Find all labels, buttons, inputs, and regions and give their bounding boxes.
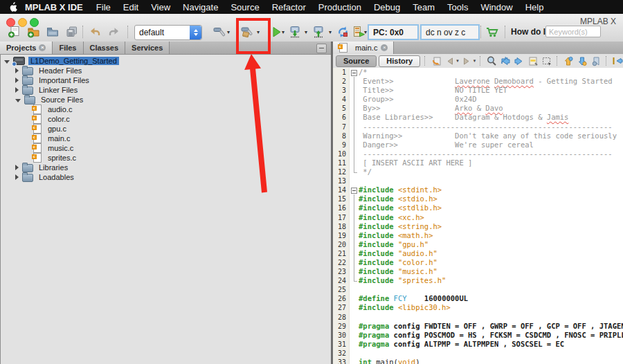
find-next-icon[interactable]: [513, 55, 525, 66]
fold-collapse-icon[interactable]: [349, 185, 359, 194]
tree-item-sprites-c[interactable]: sprites.c: [1, 153, 332, 163]
expanded-arrow-icon[interactable]: [4, 60, 10, 64]
code-editor[interactable]: 1/*2 Event>> Laverone Demoboard - Gettin…: [333, 68, 623, 364]
tree-item-header-files[interactable]: Header Files: [1, 66, 332, 75]
tab-classes[interactable]: Classes: [84, 42, 126, 54]
menu-production[interactable]: Production: [312, 2, 368, 12]
run-dropdown-icon[interactable]: [282, 29, 287, 36]
code-line-16: 16#include <stdlib.h>: [333, 203, 623, 212]
collapsed-arrow-icon[interactable]: [15, 165, 19, 170]
menu-team[interactable]: Team: [406, 2, 441, 12]
line-number: 19: [333, 231, 349, 240]
tree-item-music-c[interactable]: music.c: [1, 143, 332, 153]
source-view-button[interactable]: Source: [336, 55, 377, 67]
pc-status-field[interactable]: PC: 0x0: [368, 24, 419, 40]
tab-projects[interactable]: Projects: [0, 42, 53, 54]
memory-views-button[interactable]: [352, 25, 365, 39]
keyword-search-input[interactable]: [545, 26, 601, 37]
tab-label: Projects: [6, 44, 36, 52]
toggle-bookmark-icon[interactable]: [590, 55, 602, 66]
menu-view[interactable]: View: [145, 2, 177, 12]
apple-menu-icon[interactable]: [8, 2, 17, 12]
code-segment: Event>>: [359, 77, 455, 85]
tree-item-linker-files[interactable]: Linker Files: [1, 85, 332, 95]
tree-item-audio-c[interactable]: audio.c: [1, 104, 332, 114]
status-flags-field[interactable]: dc n ov z c: [420, 24, 480, 40]
tree-item-gpu-c[interactable]: gpu.c: [1, 124, 332, 134]
toggle-highlight-icon[interactable]: [527, 55, 539, 66]
code-segment: "color.h": [398, 258, 437, 266]
code-text: Warning>> Don't take any of this code se…: [359, 131, 617, 140]
build-project-button[interactable]: [212, 25, 226, 39]
menu-debug[interactable]: Debug: [368, 2, 406, 12]
forward-dropdown-icon[interactable]: [473, 58, 476, 64]
reset-device-button[interactable]: [336, 25, 350, 39]
code-segment: Davo: [485, 104, 503, 112]
new-file-button[interactable]: [7, 25, 21, 39]
tree-item-loadables[interactable]: Loadables: [1, 172, 332, 182]
tab-files[interactable]: Files: [53, 42, 83, 54]
find-previous-icon[interactable]: [499, 55, 511, 66]
menu-help[interactable]: Help: [519, 2, 550, 12]
next-bookmark-icon[interactable]: [576, 55, 588, 66]
tree-item-main-c[interactable]: main.c: [1, 134, 332, 143]
toolbar-separator: [480, 56, 481, 66]
tree-item-source-files[interactable]: Source Files: [1, 95, 332, 104]
embedded-store-cart-button[interactable]: [485, 25, 499, 39]
tab-services[interactable]: Services: [125, 42, 170, 54]
menu-file[interactable]: File: [90, 2, 117, 12]
menu-navigate[interactable]: Navigate: [177, 2, 224, 12]
shift-line-left-icon[interactable]: [611, 55, 623, 66]
collapse-panel-button[interactable]: [316, 44, 327, 53]
menu-edit[interactable]: Edit: [117, 2, 145, 12]
fold-collapse-icon[interactable]: [349, 68, 359, 77]
close-tab-icon[interactable]: [381, 44, 388, 51]
make-and-program-button[interactable]: [312, 25, 326, 39]
save-all-button[interactable]: [65, 25, 79, 39]
back-dropdown-icon[interactable]: [456, 58, 459, 64]
tree-item-important-files[interactable]: Important Files: [1, 75, 332, 85]
tree-item-color-c[interactable]: color.c: [1, 114, 332, 124]
previous-bookmark-icon[interactable]: [562, 55, 574, 66]
build-dropdown-icon[interactable]: [227, 29, 233, 36]
tree-item-libraries[interactable]: Libraries: [1, 163, 332, 172]
rectangular-selection-icon[interactable]: [541, 55, 552, 66]
projects-tree[interactable]: L1Demo_Getting_StartedHeader FilesImport…: [1, 55, 332, 182]
toolbar-separator: [480, 26, 481, 38]
close-tab-icon[interactable]: [39, 44, 46, 51]
undo-button[interactable]: [88, 25, 102, 39]
tab-label: Classes: [90, 44, 119, 52]
collapsed-arrow-icon[interactable]: [15, 87, 19, 93]
collapsed-arrow-icon[interactable]: [15, 78, 19, 83]
code-line-20: 20#include "gpu.h": [333, 240, 623, 249]
menu-source[interactable]: Source: [224, 2, 265, 12]
menu-refactor[interactable]: Refactor: [266, 2, 312, 12]
forward-icon[interactable]: [461, 55, 473, 66]
line-number: 30: [333, 331, 349, 340]
collapsed-arrow-icon[interactable]: [15, 174, 19, 180]
last-edit-icon[interactable]: [430, 55, 442, 66]
debug-dropdown-icon[interactable]: [305, 29, 310, 36]
menu-mplab-x-ide[interactable]: MPLAB X IDE: [23, 2, 90, 12]
run-project-button[interactable]: [269, 25, 283, 39]
line-number: 9: [333, 140, 349, 149]
new-project-button[interactable]: [26, 25, 40, 39]
collapsed-arrow-icon[interactable]: [15, 68, 19, 73]
code-segment: [ INSERT ASCII ART HERE ]: [359, 158, 472, 167]
menu-tools[interactable]: Tools: [441, 2, 474, 12]
redo-button[interactable]: [107, 25, 121, 39]
open-project-button[interactable]: [46, 25, 60, 39]
tab-main-c[interactable]: main.c: [333, 42, 394, 54]
history-view-button[interactable]: History: [379, 55, 420, 67]
configuration-select[interactable]: default: [134, 25, 202, 40]
code-segment: #include: [359, 231, 394, 239]
debug-project-button[interactable]: [289, 25, 303, 39]
code-line-11: 11 [ INSERT ASCII ART HERE ]: [333, 158, 623, 167]
tree-item-l1demo-getting-started[interactable]: L1Demo_Getting_Started: [1, 56, 332, 66]
back-icon[interactable]: [444, 55, 455, 66]
fold-guide: [349, 95, 359, 104]
program-dropdown-icon[interactable]: [329, 29, 334, 36]
menu-window[interactable]: Window: [474, 2, 518, 12]
find-icon[interactable]: [485, 55, 497, 66]
expanded-arrow-icon[interactable]: [15, 99, 21, 102]
